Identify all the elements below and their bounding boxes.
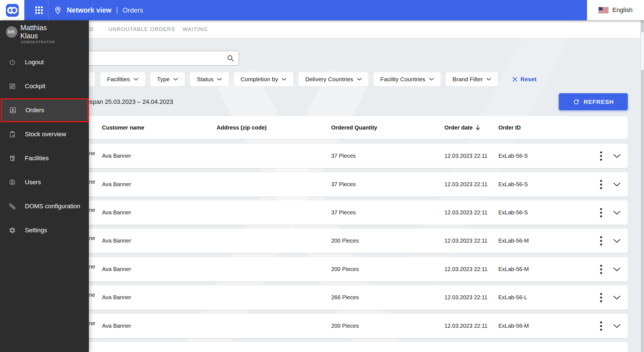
filter-status[interactable]: Status: [190, 72, 229, 86]
chevron-down-icon: [429, 78, 434, 81]
navigation-drawer: MK Matthias Klaus ADMINISTRATOR Logout C…: [0, 20, 89, 352]
row-menu-button[interactable]: [596, 172, 606, 197]
header-divider: [48, 0, 48, 20]
row-menu-button[interactable]: [596, 257, 606, 281]
row-order-id: ExLab-56-S: [498, 200, 528, 225]
row-menu-button[interactable]: [596, 285, 606, 310]
sidebar-item-cockpit[interactable]: Cockpit: [0, 74, 89, 98]
sidebar-item-stock-overview[interactable]: Stock overview: [0, 122, 89, 146]
filter-delivery-countries[interactable]: Delivery Countries: [299, 72, 368, 86]
refresh-button[interactable]: REFRESH: [559, 93, 628, 110]
row-menu-button[interactable]: [596, 314, 606, 338]
row-quantity: 200 Pieces: [331, 314, 359, 338]
row-menu-button[interactable]: [596, 200, 606, 225]
chevron-down-icon: [613, 295, 621, 300]
sidebar-item-orders[interactable]: Orders: [1, 98, 89, 122]
reset-label: Reset: [520, 76, 536, 83]
chevron-down-icon: [613, 267, 621, 272]
page-title: Orders: [123, 6, 143, 14]
tab-unroutable-orders[interactable]: UNROUTABLE ORDERS: [108, 20, 175, 38]
sidebar-item-label: Settings: [25, 227, 47, 234]
row-order-date: 12.03.2023 22:11: [444, 314, 487, 338]
table-row: Ava Banner Am Dom 250667 CologneDE 200 P…: [57, 229, 628, 253]
sidebar-item-label: Cockpit: [25, 83, 45, 90]
sidebar-menu: Logout Cockpit Orders: [0, 50, 89, 242]
sidebar-item-settings[interactable]: Settings: [0, 218, 89, 242]
search-icon[interactable]: [226, 54, 235, 64]
row-quantity: 37 Pieces: [331, 172, 356, 197]
title-separator: |: [116, 6, 118, 14]
sidebar-item-label: Users: [25, 179, 41, 186]
avatar: MK: [6, 26, 17, 38]
row-customer: Ava Banner: [102, 314, 131, 338]
row-expand-button[interactable]: [611, 257, 622, 281]
sidebar-item-users[interactable]: Users: [0, 170, 89, 194]
column-address[interactable]: Address (zip code): [217, 116, 267, 139]
row-expand-button[interactable]: [611, 144, 622, 168]
row-quantity: 266 Pieces: [331, 285, 359, 310]
row-customer: Ava Banner: [102, 257, 131, 281]
map-pin-icon: [54, 6, 62, 15]
row-order-date: 12.03.2023 22:11: [444, 144, 487, 168]
row-expand-button[interactable]: [611, 285, 622, 310]
apps-grid-button[interactable]: [30, 0, 48, 20]
table-row: Ava Banner Am Dom 250667 CologneDE 37 Pi…: [57, 172, 628, 197]
row-order-date: 12.03.2023 22:11: [444, 257, 487, 281]
filter-label: Status: [197, 76, 214, 83]
user-role: ADMINISTRATOR: [21, 40, 55, 44]
reset-filters-button[interactable]: Reset: [512, 72, 536, 86]
brand-logo-icon: [6, 4, 19, 17]
filter-brand[interactable]: Brand Filter: [446, 72, 498, 86]
clipboard-check-icon: [9, 131, 16, 138]
sidebar-item-facilities[interactable]: Facilities: [0, 146, 89, 170]
column-order-date[interactable]: Order date: [444, 116, 480, 139]
row-expand-button[interactable]: [611, 200, 622, 225]
filter-label: Brand Filter: [453, 76, 483, 83]
row-expand-button[interactable]: [611, 314, 622, 338]
filter-facility-countries[interactable]: Facility Countries: [374, 72, 441, 86]
language-selector[interactable]: English: [587, 0, 644, 20]
row-quantity: 200 Pieces: [331, 229, 359, 253]
row-expand-button[interactable]: [611, 229, 622, 253]
tab-waiting[interactable]: WAITING: [183, 20, 208, 38]
timespan-label: Timespan 25.03.2023 – 24.04.2023: [76, 98, 173, 106]
storefront-icon: [9, 155, 16, 162]
row-menu-button[interactable]: [596, 144, 606, 168]
row-customer: Ava Banner: [102, 144, 131, 168]
row-expand-button[interactable]: [611, 172, 622, 197]
sidebar-item-logout[interactable]: Logout: [0, 50, 89, 74]
tab-routed-partial[interactable]: D: [89, 20, 94, 38]
filter-type[interactable]: Type: [150, 72, 185, 86]
chevron-down-icon: [486, 78, 491, 81]
app-logo[interactable]: [0, 0, 24, 20]
kebab-icon: [600, 321, 602, 331]
column-customer-name[interactable]: Customer name: [102, 116, 144, 139]
filter-label: Completion by: [241, 76, 278, 83]
vertical-scrollbar-thumb[interactable]: [641, 32, 644, 71]
sidebar-item-doms-configuration[interactable]: DOMS configuration: [0, 194, 89, 218]
kebab-icon: [600, 151, 602, 161]
sidebar-item-label: Orders: [25, 107, 44, 114]
filter-facilities[interactable]: Facilities: [100, 72, 145, 86]
hierarchy-icon: [9, 203, 16, 210]
filter-label: Facilities: [107, 76, 130, 83]
table-row: Ava Banner Am Dom 250667 CologneDE 37 Pi…: [57, 200, 628, 225]
header-title: Network view | Orders: [54, 0, 143, 20]
filter-completion-by[interactable]: Completion by: [234, 72, 293, 86]
row-menu-button[interactable]: [596, 229, 606, 253]
sort-desc-arrow-icon: [475, 124, 480, 131]
row-order-date: 12.03.2023 22:11: [444, 229, 487, 253]
column-order-id[interactable]: Order ID: [498, 116, 521, 139]
table-header: Customer name Address (zip code) Ordered…: [57, 116, 628, 139]
kebab-icon: [600, 179, 602, 190]
row-order-date: 12.03.2023 22:11: [444, 200, 487, 225]
user-circle-icon: [9, 179, 16, 186]
chevron-down-icon: [134, 78, 138, 81]
filter-chip-row: Facilities Type Status Completion by Del…: [100, 72, 498, 86]
gear-icon: [9, 227, 16, 234]
row-quantity: 37 Pieces: [331, 200, 356, 225]
chevron-down-icon: [613, 210, 621, 215]
table-row: Ava Banner Am Dom 250667 CologneDE 37 Pi…: [57, 144, 628, 168]
column-ordered-quantity[interactable]: Ordered Quantity: [331, 116, 377, 139]
user-name: Matthias Klaus: [20, 24, 47, 40]
